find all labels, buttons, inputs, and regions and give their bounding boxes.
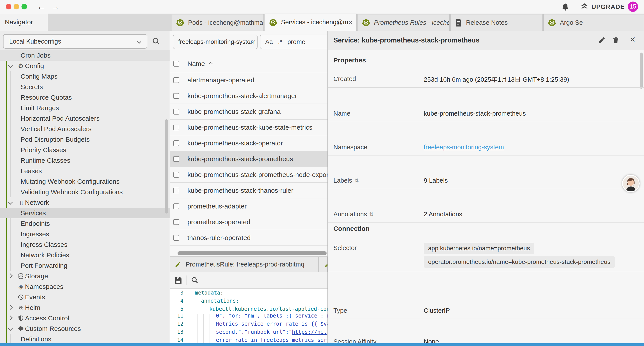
upgrade-button[interactable]: UPGRADE (580, 3, 625, 11)
sort-ascending-icon (209, 62, 212, 65)
kubeconfig-select[interactable]: Local Kubeconfigs (3, 34, 147, 49)
chevron-right-icon[interactable] (9, 306, 17, 310)
sidebar-item-config-maps[interactable]: Config Maps (0, 71, 170, 82)
tab-close-icon[interactable]: × (348, 19, 352, 26)
row-checkbox[interactable] (174, 188, 179, 193)
sidebar-item-endpoints[interactable]: Endpoints (0, 218, 170, 229)
sidebar-item-cron-jobs[interactable]: Cron Jobs (0, 50, 170, 61)
row-checkbox[interactable] (174, 203, 179, 209)
row-checkbox[interactable] (174, 140, 179, 146)
editor-search-icon[interactable] (191, 276, 199, 285)
row-checkbox[interactable] (174, 109, 179, 114)
traffic-light-close[interactable] (6, 4, 12, 9)
row-checkbox[interactable] (174, 156, 179, 162)
sidebar-item-limit-ranges[interactable]: Limit Ranges (0, 103, 170, 113)
table-row[interactable]: prometheus-operated (170, 214, 328, 230)
filter-value: prome (287, 38, 305, 45)
sidebar-group-custom-resources[interactable]: Custom Resources (0, 324, 170, 334)
tab-pods[interactable]: Pods - icecheng@mathmas... (172, 14, 264, 31)
chevron-down-icon (137, 39, 142, 44)
sidebar-scrollbar[interactable] (165, 119, 168, 214)
sidebar-search-icon[interactable] (152, 37, 161, 46)
tab-label: Release Notes (466, 19, 508, 26)
notification-badge[interactable]: 15 (628, 1, 638, 12)
row-checkbox[interactable] (174, 235, 179, 241)
sidebar-group-access-control[interactable]: Access Control (0, 313, 170, 324)
sidebar-item-network-policies[interactable]: Network Policies (0, 250, 170, 260)
sidebar-item-ingresses[interactable]: Ingresses (0, 229, 170, 239)
sidebar-item-pod-disruption-budgets[interactable]: Pod Disruption Budgets (0, 134, 170, 145)
row-checkbox[interactable] (174, 125, 179, 130)
table-row[interactable]: kube-prometheus-stack-thanos-ruler (170, 183, 328, 198)
chevron-down-icon[interactable] (9, 327, 17, 331)
column-header-name[interactable]: Name (188, 60, 205, 67)
table-row[interactable]: kube-prometheus-stack-alertmanager (170, 88, 328, 104)
yaml-editor[interactable]: 3metadata: 4annotations: 5kubectl.kubern… (170, 289, 328, 343)
sidebar-group-storage[interactable]: Storage (0, 271, 170, 281)
close-icon[interactable]: × (630, 35, 636, 43)
chevron-right-icon[interactable] (9, 274, 17, 278)
chevron-down-icon[interactable] (9, 201, 17, 205)
editor-tab-prometheusrule[interactable]: PrometheusRule: freeleaps-prod-rabbitmq (170, 257, 318, 272)
bell-icon[interactable] (561, 3, 570, 11)
row-checkbox[interactable] (174, 77, 179, 83)
sidebar-item-secrets[interactable]: Secrets (0, 82, 170, 92)
avatar[interactable] (622, 175, 640, 192)
sidebar-item-definitions[interactable]: Definitions (0, 334, 170, 343)
regex-toggle[interactable]: .* (278, 38, 282, 45)
select-all-checkbox[interactable] (174, 61, 179, 66)
sidebar-group-config[interactable]: ⚙Config (0, 61, 170, 71)
expand-icon[interactable]: ⇅ (354, 178, 358, 184)
table-row[interactable]: kube-prometheus-stack-prometheus-node-ex… (170, 167, 328, 183)
navigator-panel-tab[interactable]: Navigator (0, 13, 48, 31)
sidebar-item-vertical-pod-autoscalers[interactable]: Vertical Pod Autoscalers (0, 124, 170, 134)
table-row[interactable]: alertmanager-operated (170, 72, 328, 88)
namespace-select[interactable]: freeleaps-monitoring-system (173, 34, 258, 49)
delete-icon[interactable] (612, 36, 620, 44)
editor-tab-partial[interactable] (319, 257, 328, 272)
row-checkbox[interactable] (174, 93, 179, 99)
namespace-link[interactable]: freeleaps-monitoring-system (424, 144, 504, 151)
table-row-selected[interactable]: kube-prometheus-stack-prometheus (170, 151, 328, 167)
filter-input[interactable]: Aa .* prome (260, 34, 328, 49)
chevron-right-icon[interactable] (9, 316, 17, 320)
sidebar-group-helm[interactable]: Helm (0, 303, 170, 313)
sidebar-item-port-forwarding[interactable]: Port Forwarding (0, 260, 170, 271)
sidebar-item-services[interactable]: Services (0, 208, 170, 218)
sidebar-item-priority-classes[interactable]: Priority Classes (0, 145, 170, 155)
sidebar-item-mutating-webhook-configurations[interactable]: Mutating Webhook Configurations (0, 176, 170, 187)
tab-release-notes[interactable]: Release Notes (450, 14, 542, 31)
tab-services[interactable]: Services - icecheng@math... × (264, 13, 357, 31)
sidebar-item-validating-webhook-configurations[interactable]: Validating Webhook Configurations (0, 187, 170, 197)
sidebar-item-horizontal-pod-autoscalers[interactable]: Horizontal Pod Autoscalers (0, 113, 170, 124)
traffic-light-zoom[interactable] (22, 4, 27, 9)
table-row[interactable]: kube-prometheus-stack-kube-state-metrics (170, 120, 328, 135)
table-row[interactable]: kube-prometheus-stack-grafana (170, 104, 328, 120)
sidebar-item-runtime-classes[interactable]: Runtime Classes (0, 155, 170, 166)
horizontal-scrollbar[interactable] (178, 251, 326, 255)
expand-icon[interactable]: ⇅ (369, 211, 374, 217)
tab-argo[interactable]: Argo Se (544, 14, 644, 31)
row-checkbox[interactable] (174, 172, 179, 178)
sidebar-item-leases[interactable]: Leases (0, 166, 170, 176)
table-row[interactable]: thanos-ruler-operated (170, 230, 328, 246)
table-row[interactable]: prometheus-adapter (170, 198, 328, 214)
save-icon[interactable] (174, 276, 182, 285)
services-list-panel: freeleaps-monitoring-system Aa .* prome … (170, 31, 328, 343)
sidebar-group-network[interactable]: ↑↓Network (0, 197, 170, 208)
tab-prometheus-rules[interactable]: Prometheus Rules - icecheng... (358, 14, 450, 31)
chevron-down-icon[interactable] (9, 64, 17, 68)
sidebar-item-namespaces[interactable]: ◈Namespaces (0, 281, 170, 292)
row-checkbox[interactable] (174, 219, 179, 225)
table-row[interactable]: kube-prometheus-stack-operator (170, 135, 328, 151)
runbook-url-link[interactable]: https://net (292, 329, 327, 335)
sidebar-item-events[interactable]: Events (0, 292, 170, 303)
sidebar-item-ingress-classes[interactable]: Ingress Classes (0, 239, 170, 250)
property-row-type: Type ClusterIP (328, 303, 644, 319)
sidebar-item-resource-quotas[interactable]: Resource Quotas (0, 92, 170, 103)
edit-icon[interactable] (598, 36, 606, 44)
back-arrow-icon[interactable]: ← (37, 1, 46, 11)
match-case-toggle[interactable]: Aa (265, 38, 273, 45)
forward-arrow-icon[interactable]: → (51, 1, 60, 11)
traffic-light-minimize[interactable] (14, 4, 19, 9)
